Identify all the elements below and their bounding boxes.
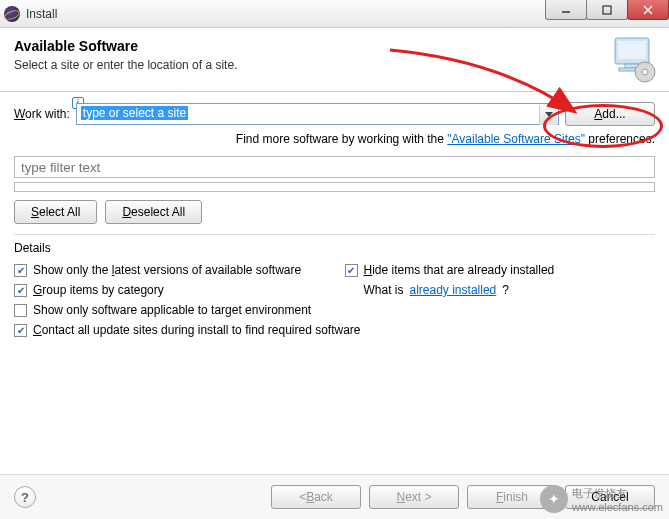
available-sites-link[interactable]: "Available Software Sites" — [447, 132, 585, 146]
select-all-button[interactable]: Select All — [14, 200, 97, 224]
hint-line: Find more software by working with the "… — [14, 130, 655, 156]
checkbox-hide[interactable] — [345, 264, 358, 277]
watermark: ✦ 电子发烧友 www.elecfans.com — [540, 485, 663, 513]
install-icon — [609, 34, 659, 84]
checkbox-target[interactable] — [14, 304, 27, 317]
already-installed-link[interactable]: already installed — [410, 283, 497, 297]
workwith-combo[interactable]: type or select a site — [76, 103, 559, 125]
checkbox-target-label: Show only software applicable to target … — [33, 303, 311, 317]
window-title: Install — [26, 7, 57, 21]
checkbox-latest[interactable] — [14, 264, 27, 277]
chevron-down-icon[interactable] — [539, 105, 557, 125]
add-button[interactable]: AAdd...dd... — [565, 102, 655, 126]
checkbox-group-label: Group items by category — [33, 283, 164, 297]
content-area: Work with: i type or select a site AAdd.… — [0, 92, 669, 347]
checkbox-latest-label: Show only the latest versions of availab… — [33, 263, 301, 277]
minimize-button[interactable] — [545, 0, 587, 20]
checkbox-hide-label: Hide items that are already installed — [364, 263, 555, 277]
details-label: Details — [14, 241, 655, 255]
checkbox-contact[interactable] — [14, 324, 27, 337]
header-panel: Available Software Select a site or ente… — [0, 28, 669, 92]
watermark-logo-icon: ✦ — [540, 485, 568, 513]
maximize-button[interactable] — [586, 0, 628, 20]
deselect-all-button[interactable]: Deselect All — [105, 200, 202, 224]
svg-rect-1 — [603, 6, 611, 14]
checkbox-group[interactable] — [14, 284, 27, 297]
whatis-line: What is already installed? — [345, 283, 656, 297]
svg-rect-5 — [618, 41, 646, 59]
workwith-value: type or select a site — [81, 106, 188, 120]
eclipse-icon — [4, 6, 20, 22]
close-button[interactable] — [627, 0, 669, 20]
separator — [14, 234, 655, 235]
software-tree[interactable] — [14, 182, 655, 192]
checkbox-contact-label: Contact all update sites during install … — [33, 323, 361, 337]
back-button[interactable]: < Back — [271, 485, 361, 509]
help-icon[interactable]: ? — [14, 486, 36, 508]
titlebar: Install — [0, 0, 669, 28]
workwith-label: Work with: — [14, 107, 70, 121]
page-subtitle: Select a site or enter the location of a… — [14, 58, 655, 72]
svg-point-9 — [642, 69, 648, 75]
filter-input[interactable] — [14, 156, 655, 178]
page-heading: Available Software — [14, 38, 655, 54]
next-button[interactable]: Next > — [369, 485, 459, 509]
